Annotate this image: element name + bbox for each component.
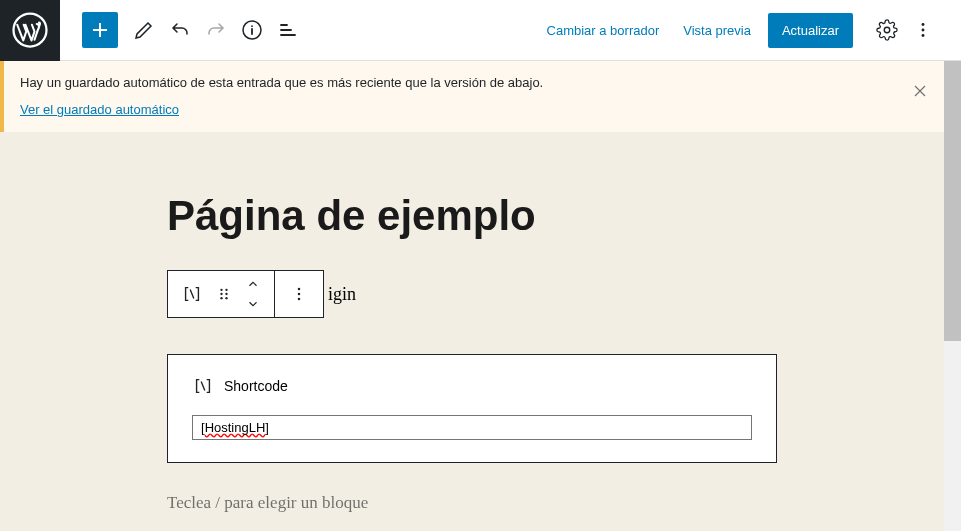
drag-handle[interactable] — [210, 270, 238, 318]
notice-link[interactable]: Ver el guardado automático — [20, 102, 179, 117]
undo-button[interactable] — [162, 12, 198, 48]
block-more-button[interactable] — [281, 270, 317, 318]
content-area: Página de ejemplo — [167, 132, 777, 513]
settings-button[interactable] — [869, 12, 905, 48]
shortcode-block[interactable]: Shortcode [HostingLH] — [167, 354, 777, 463]
editor-topbar: Cambiar a borrador Vista previa Actualiz… — [0, 0, 961, 61]
outline-button[interactable] — [270, 12, 306, 48]
block-toolbar-row: igin — [167, 270, 777, 318]
redo-button[interactable] — [198, 12, 234, 48]
svg-point-13 — [298, 298, 301, 301]
default-block-prompt[interactable]: Teclea / para elegir un bloque — [167, 493, 777, 513]
svg-point-5 — [220, 289, 222, 291]
block-toolbar — [167, 270, 324, 318]
notice-message: Hay un guardado automático de esta entra… — [20, 75, 896, 90]
toolbar-left — [60, 12, 306, 48]
wordpress-logo[interactable] — [0, 0, 60, 61]
editor-canvas: Hay un guardado automático de esta entra… — [0, 61, 944, 531]
svg-point-10 — [225, 297, 227, 299]
svg-point-3 — [922, 29, 925, 32]
update-button[interactable]: Actualizar — [768, 13, 853, 48]
move-down-button[interactable] — [238, 294, 268, 314]
svg-point-9 — [220, 297, 222, 299]
shortcode-header: Shortcode — [192, 375, 752, 397]
svg-point-11 — [298, 288, 301, 291]
chevron-up-icon — [246, 277, 260, 291]
svg-point-12 — [298, 293, 301, 296]
block-type-button[interactable] — [174, 270, 210, 318]
shortcode-icon — [181, 283, 203, 305]
toolbar-right: Cambiar a borrador Vista previa Actualiz… — [535, 12, 961, 48]
move-up-button[interactable] — [238, 274, 268, 294]
shortcode-icon — [192, 375, 214, 397]
edit-tool-button[interactable] — [126, 12, 162, 48]
editor-area: Hay un guardado automático de esta entra… — [0, 61, 961, 531]
svg-point-7 — [220, 293, 222, 295]
shortcode-label: Shortcode — [224, 378, 288, 394]
drag-icon — [214, 284, 234, 304]
chevron-down-icon — [246, 297, 260, 311]
block-toolbar-group-1 — [168, 271, 275, 317]
svg-point-4 — [922, 34, 925, 37]
info-button[interactable] — [234, 12, 270, 48]
switch-draft-button[interactable]: Cambiar a borrador — [535, 13, 672, 48]
more-vertical-icon — [289, 284, 309, 304]
autosave-notice: Hay un guardado automático de esta entra… — [0, 61, 944, 132]
svg-point-2 — [922, 23, 925, 26]
svg-point-6 — [225, 289, 227, 291]
more-options-button[interactable] — [905, 12, 941, 48]
block-toolbar-group-2 — [275, 271, 323, 317]
notice-close-button[interactable] — [908, 79, 932, 103]
mover-controls — [238, 274, 268, 314]
trailing-text: igin — [328, 284, 356, 305]
page-title[interactable]: Página de ejemplo — [167, 192, 777, 240]
shortcode-input[interactable]: [HostingLH] — [192, 415, 752, 440]
add-block-button[interactable] — [82, 12, 118, 48]
close-icon — [910, 81, 930, 101]
preview-button[interactable]: Vista previa — [671, 13, 763, 48]
svg-point-8 — [225, 293, 227, 295]
